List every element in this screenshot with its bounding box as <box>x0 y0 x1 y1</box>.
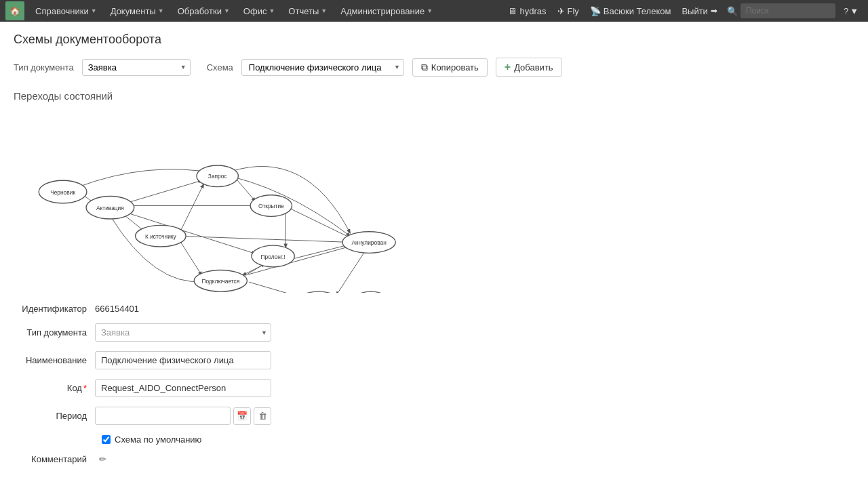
svg-text:Открытие: Открытие <box>258 203 284 209</box>
nav-item-dokumenty[interactable]: Документы ▼ <box>105 0 170 22</box>
nav-item-obrabotki[interactable]: Обработки ▼ <box>172 0 235 22</box>
doc-type-label: Тип документа <box>14 62 74 73</box>
form-doc-type-select-wrapper: Заявка <box>95 323 271 342</box>
home-icon: 🏠 <box>9 6 20 16</box>
nav-item-ofis[interactable]: Офис ▼ <box>238 0 281 22</box>
clear-period-button[interactable]: 🗑 <box>254 407 271 425</box>
doc-type-select[interactable]: Заявка <box>82 59 191 76</box>
page-content: Схемы документооборота Тип документа Зая… <box>0 22 868 485</box>
svg-line-8 <box>180 241 202 275</box>
search-icon: 🔍 <box>727 6 738 16</box>
copy-button[interactable]: ⧉ Копировать <box>412 58 488 77</box>
svg-text:Подключается: Подключается <box>201 278 239 285</box>
logout-button[interactable]: Выйти ➡ <box>676 0 723 22</box>
doc-type-select-wrapper: Заявка <box>82 59 191 76</box>
chevron-down-icon: ▼ <box>91 7 97 14</box>
comment-label: Комментарий <box>14 454 95 464</box>
form-doc-type-row: Тип документа Заявка <box>14 323 854 342</box>
svg-point-34 <box>296 291 340 293</box>
search-input[interactable] <box>741 3 835 18</box>
form-doc-type-select[interactable]: Заявка <box>95 323 271 342</box>
form-period-input[interactable] <box>95 407 231 425</box>
antenna-icon: 📡 <box>590 6 601 16</box>
trash-icon: 🗑 <box>258 411 267 421</box>
period-controls: 📅 🗑 <box>95 407 271 425</box>
identifier-row: Идентификатор 666154401 <box>14 304 854 314</box>
default-schema-checkbox[interactable] <box>102 435 111 444</box>
form-doc-type-label: Тип документа <box>14 327 95 338</box>
form-name-input[interactable] <box>95 351 271 369</box>
fly-icon: ✈ <box>557 6 565 16</box>
svg-line-1 <box>126 180 202 203</box>
page-title: Схемы документооборота <box>14 33 854 47</box>
svg-text:Пролонг.!: Пролонг.! <box>261 253 285 260</box>
graph-svg: Черновик Активация Запрос Открытие К ист… <box>14 110 434 293</box>
home-button[interactable]: 🏠 <box>5 1 24 20</box>
default-schema-label[interactable]: Схема по умолчанию <box>115 434 201 445</box>
add-button[interactable]: + Добавить <box>496 58 562 77</box>
nav-item-administrirovanie[interactable]: Администрирование ▼ <box>335 0 438 22</box>
nav-item-otchety[interactable]: Отчеты ▼ <box>283 0 332 22</box>
calendar-button[interactable]: 📅 <box>233 407 251 425</box>
svg-line-13 <box>249 282 300 293</box>
navbar: 🏠 Справочники ▼ Документы ▼ Обработки ▼ … <box>0 0 868 22</box>
svg-text:К источнику: К источнику <box>145 233 177 240</box>
svg-text:Запрос: Запрос <box>208 173 227 180</box>
svg-text:Черновик: Черновик <box>50 189 75 196</box>
state-graph: Черновик Активация Запрос Открытие К ист… <box>14 110 434 293</box>
form-code-input[interactable] <box>95 379 271 397</box>
edit-icon[interactable]: ✏ <box>99 454 106 464</box>
svg-line-15 <box>336 250 366 293</box>
chevron-down-icon: ▼ <box>427 7 433 14</box>
form-period-row: Период 📅 🗑 <box>14 407 854 425</box>
comment-row: Комментарий ✏ <box>14 454 854 464</box>
schema-select-wrapper: Подключение физического лица <box>241 59 404 76</box>
help-button[interactable]: ? ▼ <box>840 6 863 16</box>
schema-select[interactable]: Подключение физического лица <box>241 59 404 76</box>
form-period-label: Период <box>14 411 95 421</box>
chevron-down-icon: ▼ <box>850 6 859 16</box>
chevron-down-icon: ▼ <box>224 7 230 14</box>
form-name-label: Наименование <box>14 355 95 365</box>
monitor-icon: 🖥 <box>508 6 517 16</box>
svg-text:Аннулирован: Аннулирован <box>352 239 387 246</box>
form-section: Идентификатор 666154401 Тип документа За… <box>14 304 854 464</box>
user-section: 🖥 hydras ✈ Fly 📡 Васюки Телеком Выйти ➡ … <box>502 0 863 22</box>
nav-company-link[interactable]: 📡 Васюки Телеком <box>585 0 677 22</box>
logout-icon: ➡ <box>711 6 717 16</box>
nav-item-spravochniki[interactable]: Справочники ▼ <box>30 0 102 22</box>
chevron-down-icon: ▼ <box>158 7 164 14</box>
nav-hydras-link[interactable]: 🖥 hydras <box>502 0 551 22</box>
schema-label: Схема <box>207 62 233 73</box>
id-value: 666154401 <box>95 304 139 314</box>
nav-fly-link[interactable]: ✈ Fly <box>552 0 585 22</box>
chevron-down-icon: ▼ <box>321 7 327 14</box>
svg-line-9 <box>178 236 351 242</box>
svg-line-5 <box>288 207 353 239</box>
transitions-title: Переходы состояний <box>14 90 854 102</box>
id-label: Идентификатор <box>14 304 95 314</box>
plus-icon: + <box>505 61 511 73</box>
svg-text:Активация: Активация <box>96 205 124 211</box>
copy-icon: ⧉ <box>421 62 428 73</box>
default-schema-row: Схема по умолчанию <box>102 434 854 445</box>
form-code-label: Код <box>14 383 95 393</box>
chevron-down-icon: ▼ <box>269 7 275 14</box>
toolbar: Тип документа Заявка Схема Подключение ф… <box>14 58 854 77</box>
svg-line-7 <box>180 184 203 233</box>
calendar-icon: 📅 <box>237 411 248 421</box>
svg-point-36 <box>352 291 390 293</box>
form-code-row: Код <box>14 379 854 397</box>
form-name-row: Наименование <box>14 351 854 369</box>
